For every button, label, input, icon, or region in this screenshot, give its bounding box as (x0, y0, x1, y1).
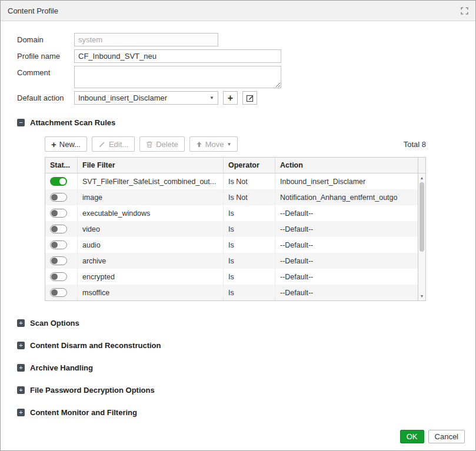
section-attachment-scan-rules[interactable]: − Attachment Scan Rules (1, 118, 475, 127)
plus-icon: + (51, 140, 56, 149)
status-toggle[interactable] (50, 288, 67, 297)
edit-button[interactable]: Edit... (92, 136, 135, 152)
scroll-down-icon[interactable]: ▼ (418, 292, 425, 300)
header-file-filter[interactable]: File Filter (78, 158, 224, 173)
cell-action[interactable]: --Default-- (275, 253, 418, 269)
cell-operator[interactable]: Is (224, 285, 275, 300)
header-operator[interactable]: Operator (224, 158, 275, 173)
cell-operator[interactable]: Is (224, 205, 275, 221)
section-label: Content Disarm and Reconstruction (30, 341, 161, 350)
domain-label: Domain (17, 33, 74, 46)
cell-file-filter[interactable]: archive (78, 253, 224, 269)
cell-operator[interactable]: Is (224, 221, 275, 237)
expand-icon[interactable] (461, 7, 468, 15)
status-toggle[interactable] (50, 177, 67, 186)
status-toggle[interactable] (50, 272, 67, 281)
cell-action[interactable]: Notification_Anhang_entfernt_outgo (275, 189, 418, 205)
edit-button-label: Edit... (109, 140, 128, 149)
edit-icon (246, 94, 254, 102)
cell-status (45, 221, 78, 237)
table-row: executable_windows Is --Default-- (45, 205, 418, 221)
scrollbar-thumb[interactable] (420, 182, 424, 252)
default-action-value: Inbound_insert_Disclamer (78, 93, 207, 102)
collapse-minus-icon: − (17, 119, 25, 126)
cell-file-filter[interactable]: video (78, 221, 224, 237)
delete-button-label: Delete (156, 140, 178, 149)
ok-button[interactable]: OK (400, 430, 424, 443)
cell-action[interactable]: --Default-- (275, 205, 418, 221)
table-row: archive Is --Default-- (45, 253, 418, 269)
table-row: audio Is --Default-- (45, 237, 418, 253)
cell-file-filter[interactable]: SVT_FileFilter_SafeList_combined_out... (78, 173, 224, 189)
new-button[interactable]: + New... (45, 136, 87, 152)
domain-input (74, 33, 218, 46)
expand-plus-icon: + (17, 409, 25, 416)
status-toggle[interactable] (50, 256, 67, 265)
dialog-footer: OK Cancel (400, 430, 465, 443)
cell-status (45, 269, 78, 285)
status-toggle[interactable] (50, 193, 67, 202)
attachment-scan-rules-body: + New... Edit... Delete Move ▼ Total 8 (45, 136, 426, 301)
cell-operator[interactable]: Is (224, 237, 275, 253)
table-row: msoffice Is --Default-- (45, 285, 418, 300)
pencil-icon (98, 141, 106, 148)
chevron-down-icon: ▼ (209, 95, 214, 101)
default-action-label: Default action (17, 91, 74, 105)
cell-file-filter[interactable]: msoffice (78, 285, 224, 300)
profile-form: Domain Profile name Comment Default acti… (1, 21, 475, 105)
add-action-button[interactable]: + (223, 91, 238, 105)
cell-action[interactable]: Inbound_insert_Disclamer (275, 173, 418, 189)
expand-plus-icon: + (17, 319, 25, 327)
cell-file-filter[interactable]: image (78, 189, 224, 205)
cell-action[interactable]: --Default-- (275, 285, 418, 300)
dialog-titlebar: Content Profile (1, 1, 475, 21)
cell-action[interactable]: --Default-- (275, 237, 418, 253)
delete-button[interactable]: Delete (139, 136, 185, 152)
status-toggle[interactable] (50, 225, 67, 233)
cancel-button[interactable]: Cancel (428, 430, 465, 443)
profile-name-label: Profile name (17, 49, 74, 63)
comment-textarea[interactable] (74, 66, 281, 88)
table-row: image Is Not Notification_Anhang_entfern… (45, 189, 418, 205)
cell-operator[interactable]: Is (224, 253, 275, 269)
cell-file-filter[interactable]: encrypted (78, 269, 224, 285)
section-label: Attachment Scan Rules (30, 118, 115, 127)
section-label: Content Monitor and Filtering (30, 408, 137, 417)
section-content-disarm[interactable]: + Content Disarm and Reconstruction (1, 341, 475, 350)
new-button-label: New... (59, 140, 81, 149)
scrollbar[interactable]: ▲ ▼ (418, 158, 425, 300)
plus-icon: + (228, 93, 233, 103)
total-count: Total 8 (404, 140, 426, 149)
table-row: video Is --Default-- (45, 221, 418, 237)
table-row: encrypted Is --Default-- (45, 269, 418, 285)
edit-action-button[interactable] (242, 91, 257, 105)
section-label: Archive Handling (30, 363, 93, 372)
table-row: SVT_FileFilter_SafeList_combined_out... … (45, 173, 418, 189)
cell-operator[interactable]: Is (224, 269, 275, 285)
cell-operator[interactable]: Is Not (224, 189, 275, 205)
scrollbar-track[interactable] (418, 182, 425, 292)
rules-table: Stat... File Filter Operator Action SVT_… (45, 157, 426, 301)
profile-name-input[interactable] (74, 49, 281, 63)
section-archive-handling[interactable]: + Archive Handling (1, 363, 475, 372)
status-toggle[interactable] (50, 209, 67, 218)
cell-file-filter[interactable]: executable_windows (78, 205, 224, 221)
status-toggle[interactable] (50, 240, 67, 249)
section-file-password-decryption[interactable]: + File Password Decryption Options (1, 386, 475, 395)
header-status[interactable]: Stat... (45, 158, 78, 173)
cell-operator[interactable]: Is Not (224, 173, 275, 189)
rules-table-body: SVT_FileFilter_SafeList_combined_out... … (45, 173, 418, 300)
cell-action[interactable]: --Default-- (275, 221, 418, 237)
expand-plus-icon: + (17, 364, 25, 372)
cell-file-filter[interactable]: audio (78, 237, 224, 253)
rules-toolbar: + New... Edit... Delete Move ▼ Total 8 (45, 136, 426, 152)
cell-action[interactable]: --Default-- (275, 269, 418, 285)
collapsed-sections: + Scan Options + Content Disarm and Reco… (1, 319, 475, 417)
section-content-monitor[interactable]: + Content Monitor and Filtering (1, 408, 475, 417)
move-button[interactable]: Move ▼ (189, 136, 238, 152)
header-action[interactable]: Action (275, 158, 418, 173)
default-action-select[interactable]: Inbound_insert_Disclamer ▼ (74, 91, 218, 105)
section-scan-options[interactable]: + Scan Options (1, 319, 475, 328)
content-profile-dialog: Content Profile Domain Profile name Comm… (0, 0, 476, 451)
scroll-up-icon[interactable]: ▲ (418, 173, 425, 182)
